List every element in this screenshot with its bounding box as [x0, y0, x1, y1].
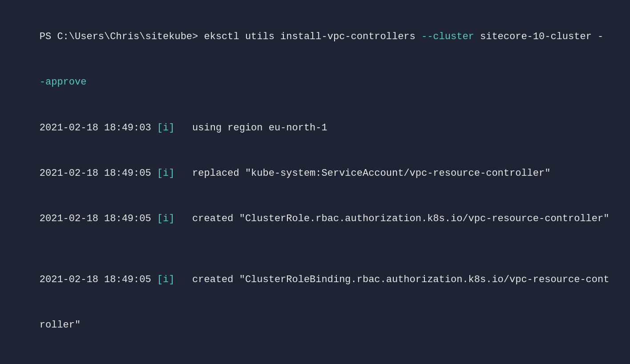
cluster-name: sitecore-10-cluster -: [480, 31, 603, 42]
terminal-line: roller": [16, 303, 614, 348]
approve-flag: -approve: [40, 77, 87, 88]
terminal-line: 2021-02-18 18:49:05 [i] created "Cluster…: [16, 257, 614, 303]
prompt: PS C:\Users\Chris\sitekube>: [40, 31, 204, 42]
terminal-window: PS C:\Users\Chris\sitekube> eksctl utils…: [16, 14, 614, 350]
terminal-line: 2021-02-18 18:49:03 [i] using region eu-…: [16, 105, 614, 151]
terminal-line-blank: [16, 242, 614, 257]
flag-cluster: --cluster: [421, 31, 480, 42]
terminal-line: 2021-02-18 18:49:05 [i] created "Cluster…: [16, 196, 614, 242]
command: eksctl utils install-vpc-controllers: [204, 31, 421, 42]
terminal-line: -approve: [16, 60, 614, 105]
terminal-line: PS C:\Users\Chris\sitekube> eksctl utils…: [16, 14, 614, 60]
terminal-line: 2021-02-18 18:49:05 [i] created "kube-sy…: [16, 348, 614, 364]
terminal-line: 2021-02-18 18:49:05 [i] replaced "kube-s…: [16, 151, 614, 196]
